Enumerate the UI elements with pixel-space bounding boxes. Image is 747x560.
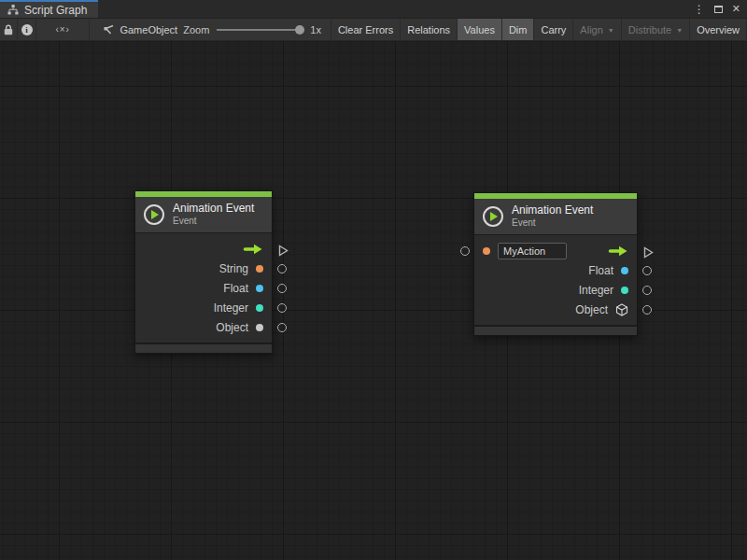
window-controls: ⋮ ✕ xyxy=(694,0,747,18)
event-play-icon xyxy=(483,206,503,227)
node-footer xyxy=(135,343,272,353)
port-row-object: Object xyxy=(474,300,637,319)
titlebar: Script Graph ⋮ ✕ xyxy=(0,0,747,18)
node-body: Float Integer Object xyxy=(474,234,637,325)
node-subtitle: Event xyxy=(512,217,593,229)
port-label: Object xyxy=(575,303,608,316)
carry-button[interactable]: Carry xyxy=(534,19,573,40)
flow-output-port[interactable] xyxy=(643,245,654,262)
event-play-icon xyxy=(144,204,164,225)
action-name-row xyxy=(474,241,637,260)
tab-label: Script Graph xyxy=(24,4,87,17)
string-port-dot xyxy=(483,247,490,255)
integer-port-dot xyxy=(621,287,628,294)
port-row-float: Float xyxy=(135,278,272,298)
port-row-integer: Integer xyxy=(474,280,637,300)
object-port-dot xyxy=(256,324,263,331)
graph-toolbar: i ‹×› GameObject Zoom 1x Clear Errors Re… xyxy=(0,18,747,40)
dim-toggle-button[interactable]: Dim xyxy=(502,19,535,40)
distribute-label: Distribute xyxy=(628,24,671,35)
action-name-input[interactable] xyxy=(498,243,567,259)
chevron-down-icon: ▼ xyxy=(608,27,614,34)
port-row-float: Float xyxy=(474,260,637,280)
code-view-toggle[interactable]: ‹×› xyxy=(36,19,90,40)
flow-output-row xyxy=(135,239,272,259)
graph-canvas[interactable]: Animation Event Event xyxy=(0,41,747,560)
titlebar-spacer xyxy=(98,0,693,18)
info-button[interactable]: i xyxy=(18,19,36,40)
object-output-port[interactable] xyxy=(277,323,287,332)
values-label: Values xyxy=(464,24,495,35)
string-output-port[interactable] xyxy=(277,264,287,273)
node-footer xyxy=(474,325,637,335)
script-graph-asset-icon xyxy=(102,24,115,35)
flow-output-port[interactable] xyxy=(278,244,289,260)
string-input-port[interactable] xyxy=(460,246,470,256)
graph-target-selector[interactable]: GameObject xyxy=(90,19,177,40)
object-output-port[interactable] xyxy=(642,305,652,315)
zoom-slider-handle[interactable] xyxy=(295,25,304,35)
port-row-object: Object xyxy=(135,317,272,337)
node-subtitle: Event xyxy=(173,216,254,227)
relations-button[interactable]: Relations xyxy=(401,19,458,40)
port-label: Object xyxy=(216,321,248,334)
zoom-control: Zoom 1x xyxy=(177,19,331,40)
port-row-string: String xyxy=(135,259,272,278)
code-cross-icon: ‹×› xyxy=(55,24,70,35)
close-icon[interactable]: ✕ xyxy=(732,4,740,14)
align-dropdown-button[interactable]: Align ▼ xyxy=(573,19,621,40)
integer-output-port[interactable] xyxy=(277,303,287,313)
node-header[interactable]: Animation Event Event xyxy=(474,199,637,234)
window-menu-icon[interactable]: ⋮ xyxy=(694,4,705,15)
clear-errors-button[interactable]: Clear Errors xyxy=(331,19,401,40)
values-toggle-button[interactable]: Values xyxy=(458,19,502,40)
script-graph-window: Script Graph ⋮ ✕ i ‹×› GameObject xyxy=(0,0,747,560)
overview-label: Overview xyxy=(697,24,740,35)
animation-event-node-right[interactable]: Animation Event Event xyxy=(473,192,638,336)
port-label: Float xyxy=(588,264,613,277)
clear-errors-label: Clear Errors xyxy=(338,24,393,35)
port-label: Float xyxy=(223,282,248,295)
lock-button[interactable] xyxy=(0,19,18,40)
flow-arrow-icon xyxy=(608,245,628,257)
zoom-label: Zoom xyxy=(183,24,209,35)
relations-label: Relations xyxy=(407,24,450,35)
dim-label: Dim xyxy=(509,24,528,35)
node-header[interactable]: Animation Event Event xyxy=(135,197,272,232)
float-output-port[interactable] xyxy=(642,266,652,275)
zoom-slider[interactable] xyxy=(217,29,303,31)
port-label: String xyxy=(219,262,248,275)
maximize-icon[interactable] xyxy=(714,6,723,13)
cube-icon xyxy=(615,303,628,316)
float-port-dot xyxy=(256,285,263,292)
zoom-value: 1x xyxy=(310,24,321,35)
integer-output-port[interactable] xyxy=(642,286,652,295)
port-label: Integer xyxy=(214,301,248,315)
chevron-down-icon: ▼ xyxy=(676,27,683,34)
port-label: Integer xyxy=(579,284,613,297)
graph-hierarchy-icon xyxy=(7,5,19,15)
lock-icon xyxy=(4,24,13,35)
flow-arrow-icon xyxy=(243,244,263,255)
graph-target-label: GameObject xyxy=(120,24,177,35)
info-icon: i xyxy=(21,24,33,35)
string-port-dot xyxy=(256,265,263,273)
float-output-port[interactable] xyxy=(277,284,287,293)
float-port-dot xyxy=(621,267,628,274)
node-title: Animation Event xyxy=(512,203,593,217)
tab-script-graph[interactable]: Script Graph xyxy=(0,0,98,18)
distribute-dropdown-button[interactable]: Distribute ▼ xyxy=(622,19,690,40)
overview-button[interactable]: Overview xyxy=(690,19,747,40)
port-row-integer: Integer xyxy=(135,298,272,317)
carry-label: Carry xyxy=(541,24,566,35)
node-title: Animation Event xyxy=(173,202,254,215)
integer-port-dot xyxy=(256,304,263,312)
node-body: String Float Integer Object xyxy=(135,232,272,343)
align-label: Align xyxy=(580,24,602,35)
animation-event-node-left[interactable]: Animation Event Event xyxy=(134,190,273,354)
